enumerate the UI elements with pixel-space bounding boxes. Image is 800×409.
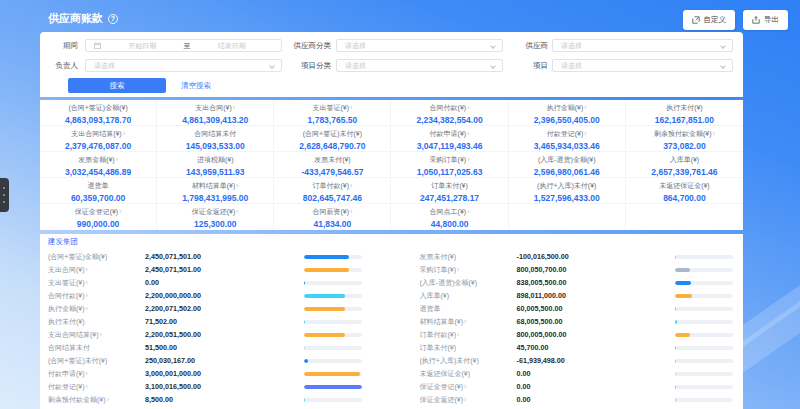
stat-card[interactable]: 剩余预付款金额(¥)›373,082.00 <box>626 126 743 152</box>
metric-row: 执行未付(¥)71,502.00 <box>48 315 364 328</box>
filter-panel: 期间 开始日期 至 结束日期 供应商分类 请选择 供应商 请选择 负责人 请选择… <box>40 32 743 97</box>
metric-label[interactable]: 订单付款(¥)› <box>420 330 517 340</box>
supplier-label: 供应商 <box>488 39 548 52</box>
metric-bar <box>304 294 362 298</box>
chevron-right-icon: › <box>457 266 459 273</box>
metric-row: (入库-退货)金额(¥)838,005,500.00 <box>420 276 736 289</box>
chevron-right-icon: › <box>467 156 469 163</box>
metric-label: 未返还保证金(¥) <box>420 369 517 379</box>
stat-value: 1,783,765.50 <box>274 115 390 125</box>
metric-label[interactable]: 采购订单(¥)› <box>420 265 517 275</box>
metric-label[interactable]: 支出合同(¥)› <box>48 265 145 275</box>
metric-bar <box>675 372 733 376</box>
metric-value: -61,939,498.00 <box>517 356 676 365</box>
metric-label: 合同结算未付 <box>48 343 145 353</box>
header-actions: 自定义 导出 <box>683 10 789 30</box>
metric-value: 51,500.00 <box>145 343 304 352</box>
stat-card[interactable]: 材料结算单(¥)›1,798,431,995.00 <box>157 178 274 204</box>
chevron-right-icon: › <box>467 130 469 137</box>
metric-value: 0.00 <box>517 395 676 404</box>
metric-row: 支出合同结算(¥)›2,200,051,500.00 <box>48 328 364 341</box>
export-button[interactable]: 导出 <box>743 10 788 30</box>
chevron-right-icon: › <box>86 266 88 273</box>
stat-label: 进项税额(¥) <box>157 155 273 165</box>
stat-card[interactable]: 合同薪资(¥)›41,834.00 <box>274 204 391 230</box>
metric-value: 0.00 <box>145 278 304 287</box>
metric-label[interactable]: 支出签证(¥)› <box>48 278 145 288</box>
metric-label[interactable]: 保证金返还(¥)› <box>420 395 517 405</box>
chevron-right-icon: › <box>584 130 586 137</box>
stats-panel: (合同+签证)金额(¥)4,863,093,178.70支出合同(¥)›4,86… <box>40 100 743 230</box>
metric-label: 发票未付(¥) <box>420 252 517 262</box>
stat-card[interactable]: 支出签证(¥)›1,783,765.50 <box>274 100 391 126</box>
stat-label: 支出合同结算(¥)› <box>40 129 156 139</box>
stat-label: 合同点工(¥)› <box>391 207 507 217</box>
stat-label: 材料结算单(¥)› <box>157 181 273 191</box>
project-select[interactable]: 请选择 <box>552 59 733 72</box>
stat-card[interactable]: 付款申请(¥)›3,047,119,493.46 <box>391 126 508 152</box>
stat-card[interactable]: 支出合同(¥)›4,861,309,413.20 <box>157 100 274 126</box>
metric-row: 材料结算单(¥)›68,005,500.00 <box>420 315 736 328</box>
stat-card[interactable]: 发票金额(¥)›3,032,454,486.89 <box>40 152 157 178</box>
stat-value: 2,234,382,554.00 <box>391 115 507 125</box>
owner-select[interactable]: 请选择 <box>85 59 282 72</box>
stat-card[interactable]: 支出合同结算(¥)›2,379,476,087.00 <box>40 126 157 152</box>
help-icon[interactable]: ? <box>108 14 118 24</box>
customize-button[interactable]: 自定义 <box>683 10 736 30</box>
metric-columns: (合同+签证)金额(¥)2,450,071,501.00支出合同(¥)›2,45… <box>48 250 735 409</box>
metric-bar <box>304 398 362 402</box>
metric-label[interactable]: 付款登记(¥)› <box>48 382 145 392</box>
stat-card[interactable]: 保证金返还(¥)›125,300.00 <box>157 204 274 230</box>
metric-bar <box>304 372 362 376</box>
metric-row: 未返还保证金(¥)0.00 <box>420 367 736 380</box>
metric-label[interactable]: 付款申请(¥)› <box>48 369 145 379</box>
metric-label: 订单未付(¥) <box>420 343 517 353</box>
chevron-right-icon: › <box>584 104 586 111</box>
stat-card[interactable]: 合同付款(¥)›2,234,382,554.00 <box>391 100 508 126</box>
stat-label: 付款申请(¥)› <box>391 129 507 139</box>
date-range-input[interactable]: 开始日期 至 结束日期 <box>85 39 282 52</box>
supplier-category-select[interactable]: 请选择 <box>336 39 503 52</box>
metric-value: 800,050,700.00 <box>517 265 676 274</box>
group-name-link[interactable]: 建发集团 <box>48 237 735 247</box>
group-list-panel: 建发集团 (合同+签证)金额(¥)2,450,071,501.00支出合同(¥)… <box>40 234 743 409</box>
stat-card[interactable]: 订单付款(¥)›802,645,747.46 <box>274 178 391 204</box>
stat-card[interactable]: 执行金额(¥)›2,396,550,405.00 <box>509 100 626 126</box>
supplier-select[interactable]: 请选择 <box>552 39 733 52</box>
metric-value: 71,502.00 <box>145 317 304 326</box>
search-button[interactable]: 搜索 <box>68 78 166 93</box>
metric-row: 支出合同(¥)›2,450,071,501.00 <box>48 263 364 276</box>
stat-label: 保证金返还(¥)› <box>157 207 273 217</box>
stat-label: 合同结算未付 <box>157 129 273 139</box>
list-col-1: 发票未付(¥)-100,016,500.00采购订单(¥)›800,050,70… <box>420 250 736 409</box>
clear-search-link[interactable]: 清空搜索 <box>181 78 211 93</box>
stat-card[interactable]: 保证金登记(¥)›990,000.00 <box>40 204 157 230</box>
stat-card[interactable]: 采购订单(¥)›1,050,117,025.63 <box>391 152 508 178</box>
metric-value: 838,005,500.00 <box>517 278 676 287</box>
stat-card: 进项税额(¥)143,959,511.93 <box>157 152 274 178</box>
stat-card[interactable]: 付款登记(¥)›3,465,934,033.46 <box>509 126 626 152</box>
metric-row: 订单付款(¥)›800,005,000.00 <box>420 328 736 341</box>
metric-label[interactable]: 支出合同结算(¥)› <box>48 330 145 340</box>
metric-label: 执行未付(¥) <box>48 317 145 327</box>
metric-bar <box>675 268 733 272</box>
metric-label[interactable]: 剩余预付款金额(¥)› <box>48 395 145 405</box>
page-title-text: 供应商账款 <box>48 11 103 26</box>
project-category-select[interactable]: 请选择 <box>336 59 503 72</box>
chevron-right-icon: › <box>100 331 102 338</box>
project-label: 项目 <box>488 59 548 72</box>
metric-value: 0.00 <box>517 382 676 391</box>
stat-card[interactable]: 合同点工(¥)›44,800.00 <box>391 204 508 230</box>
side-drawer-handle[interactable] <box>0 178 9 212</box>
metric-label[interactable]: 执行金额(¥)› <box>48 304 145 314</box>
metric-label[interactable]: 材料结算单(¥)› <box>420 317 517 327</box>
metric-row: (执行+入库)未付(¥)-61,939,498.00 <box>420 354 736 367</box>
chevron-right-icon: › <box>236 182 238 189</box>
stat-label: 发票未付(¥) <box>274 155 390 165</box>
metric-label[interactable]: 保证金登记(¥)› <box>420 382 517 392</box>
metric-bar <box>675 398 733 402</box>
metric-row: 执行金额(¥)›2,200,071,502.00 <box>48 302 364 315</box>
stat-value: 2,379,476,087.00 <box>40 141 156 151</box>
stat-label: 执行金额(¥)› <box>509 103 625 113</box>
metric-label[interactable]: 合同付款(¥)› <box>48 291 145 301</box>
